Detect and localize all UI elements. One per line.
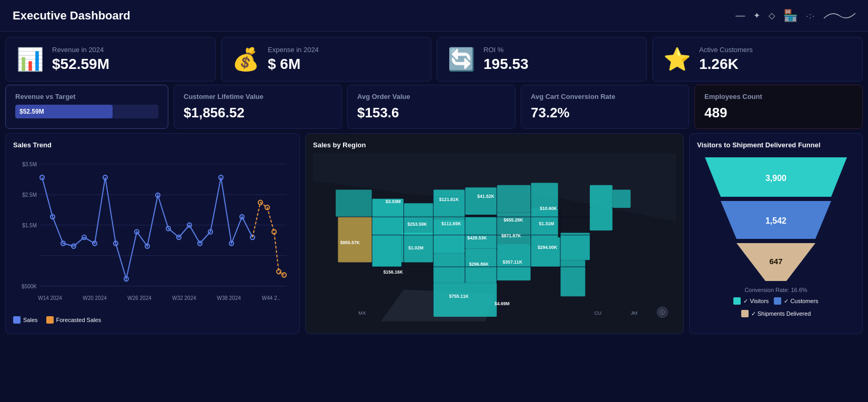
- svg-text:1,542: 1,542: [765, 216, 786, 225]
- svg-rect-58: [433, 253, 465, 283]
- svg-text:$755.11K: $755.11K: [449, 294, 469, 299]
- funnel-legend-visitors: ✓ Visitors: [733, 297, 769, 305]
- svg-text:3,900: 3,900: [765, 174, 786, 183]
- svg-rect-42: [336, 189, 372, 217]
- svg-text:CU: CU: [594, 310, 602, 316]
- funnel-conversion-rate: Conversion Rate: 16.6%: [697, 287, 855, 293]
- visitors-color: [733, 297, 741, 305]
- chart-legend: Sales Forecasted Sales: [13, 316, 292, 324]
- svg-text:$357.11K: $357.11K: [503, 259, 523, 265]
- metric-cart: Avg Cart Conversion Rate 73.2%: [521, 85, 689, 129]
- svg-rect-48: [531, 183, 558, 208]
- customers-legend-label: ✓ Customers: [784, 298, 818, 305]
- legend-sales-box: [13, 316, 21, 324]
- sales-trend-title: Sales Trend: [13, 141, 292, 149]
- kpi-customers: ⭐ Active Customers 1.26K: [652, 37, 863, 82]
- svg-text:W14 2024: W14 2024: [38, 295, 62, 301]
- svg-text:$871.87K: $871.87K: [501, 233, 521, 238]
- expense-icon: 💰: [232, 48, 259, 71]
- legend-forecast-box: [46, 316, 54, 324]
- funnel-container: 3,900 1,542 647: [697, 157, 855, 283]
- roi-icon: 🔄: [448, 48, 475, 71]
- funnel-legend-customers: ✓ Customers: [774, 297, 818, 305]
- svg-text:$1.5M: $1.5M: [22, 223, 37, 228]
- svg-text:$955.57K: $955.57K: [340, 240, 360, 245]
- sales-trend-card: Sales Trend $3.5M $2.5M $1.5M $500K W14 …: [5, 133, 300, 334]
- svg-rect-47: [497, 185, 531, 213]
- revenue-value: $52.59M: [52, 56, 109, 73]
- svg-text:W44 2..: W44 2..: [262, 295, 280, 301]
- dots-icon: ·:·: [806, 12, 815, 20]
- metrics-row: Revenue vs Target $52.59M Customer Lifet…: [0, 85, 868, 133]
- svg-rect-57: [560, 233, 590, 260]
- funnel-level-1: 3,900: [700, 157, 852, 198]
- sales-line: [42, 177, 253, 279]
- forecast-line: [253, 203, 284, 275]
- svg-text:$428.53K: $428.53K: [467, 235, 487, 240]
- funnel-title: Visitors to Shipment Delivered Funnel: [697, 141, 855, 149]
- svg-text:647: 647: [769, 257, 782, 266]
- expense-value: $ 6M: [268, 56, 319, 73]
- svg-rect-63: [590, 185, 612, 208]
- sales-trend-chart: $3.5M $2.5M $1.5M $500K W14 2024 W20 202…: [13, 153, 292, 311]
- svg-text:$655.28K: $655.28K: [503, 217, 523, 223]
- sales-region-title: Sales by Region: [313, 141, 676, 149]
- svg-text:W38 2024: W38 2024: [217, 295, 241, 301]
- funnel-level-3: 647: [700, 242, 852, 283]
- roi-label: ROI %: [483, 46, 529, 54]
- svg-text:$111.65K: $111.65K: [441, 221, 461, 226]
- legend-sales-label: Sales: [23, 317, 38, 323]
- clv-label: Customer Lifetime Value: [184, 93, 332, 100]
- svg-text:$3.5M: $3.5M: [22, 162, 37, 167]
- store-icon[interactable]: 🏪: [783, 9, 798, 23]
- svg-text:$3.03M: $3.03M: [386, 199, 401, 204]
- svg-text:$1.02M: $1.02M: [408, 245, 423, 250]
- shipments-color: [741, 310, 749, 317]
- cart-label: Avg Cart Conversion Rate: [531, 93, 679, 100]
- svg-text:$296.86K: $296.86K: [469, 262, 489, 267]
- svg-rect-56: [531, 237, 560, 267]
- svg-rect-62: [560, 260, 585, 296]
- svg-text:$294.00K: $294.00K: [538, 245, 558, 250]
- svg-text:ⓘ: ⓘ: [660, 309, 665, 315]
- progress-fill: $52.59M: [15, 105, 113, 118]
- customers-icon: ⭐: [663, 48, 691, 71]
- cart-value: 73.2%: [531, 105, 679, 121]
- customers-label: Active Customers: [699, 46, 753, 54]
- funnel-level-2: 1,542: [700, 199, 852, 240]
- svg-text:$121.81K: $121.81K: [439, 197, 459, 202]
- employees-label: Employees Count: [704, 93, 853, 100]
- metric-aov: Avg Order Value $153.6: [347, 85, 516, 129]
- svg-rect-61: [433, 283, 497, 317]
- kpi-revenue: 📊 Revenue in 2024 $52.59M: [5, 37, 216, 82]
- svg-rect-52: [465, 217, 497, 248]
- revenue-label: Revenue in 2024: [52, 46, 109, 54]
- svg-rect-46: [465, 187, 497, 215]
- page-title: Executive Dashboard: [13, 9, 130, 23]
- legend-sales: Sales: [13, 316, 38, 324]
- svg-text:$4.69M: $4.69M: [494, 301, 510, 306]
- svg-text:$500K: $500K: [22, 284, 37, 289]
- revenue-target-label: Revenue vs Target: [15, 93, 158, 100]
- sparkle-icon: ✦: [753, 11, 760, 21]
- aov-label: Avg Order Value: [357, 93, 506, 100]
- dashboard-header: Executive Dashboard — ✦ ◇ 🏪 ·:·: [0, 0, 868, 32]
- svg-text:MX: MX: [358, 310, 366, 316]
- svg-rect-44: [404, 203, 433, 235]
- svg-text:$10.60K: $10.60K: [540, 206, 557, 211]
- svg-rect-65: [590, 208, 612, 230]
- legend-forecast-label: Forecasted Sales: [56, 317, 102, 323]
- customers-color: [774, 297, 781, 305]
- svg-text:W26 2024: W26 2024: [127, 295, 152, 301]
- shipments-label: ✓ Shipments Delivered: [751, 310, 811, 317]
- roi-value: 195.53: [483, 56, 529, 73]
- svg-rect-64: [612, 189, 631, 208]
- us-map: MX CU JM DO $3.03M $121.81K $41.52K $253…: [313, 153, 676, 321]
- kpi-roi: 🔄 ROI % 195.53: [437, 37, 647, 82]
- legend-forecast: Forecasted Sales: [46, 316, 102, 324]
- svg-text:W20 2024: W20 2024: [83, 295, 107, 301]
- svg-text:$41.52K: $41.52K: [477, 194, 494, 199]
- aov-value: $153.6: [357, 105, 506, 121]
- minimize-icon[interactable]: —: [735, 10, 745, 21]
- kpi-row: 📊 Revenue in 2024 $52.59M 💰 Expense in 2…: [0, 32, 868, 85]
